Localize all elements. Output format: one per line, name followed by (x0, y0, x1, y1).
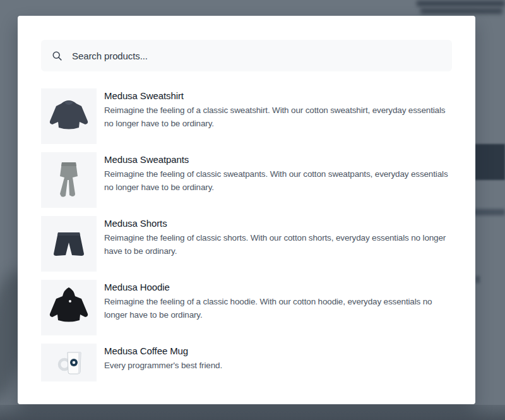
product-result-row[interactable]: Medusa Shorts Reimagine the feeling of c… (41, 216, 452, 272)
blurred-background-text (417, 1, 505, 6)
search-results-list: Medusa Sweatshirt Reimagine the feeling … (41, 88, 452, 381)
product-title: Medusa Shorts (104, 217, 452, 229)
sweatshirt-photo (41, 88, 97, 144)
search-icon (52, 51, 62, 61)
product-title: Medusa Sweatpants (104, 153, 452, 165)
product-title: Medusa Coffee Mug (104, 345, 452, 357)
product-description: Every programmer's best friend. (104, 359, 452, 372)
product-description: Reimagine the feeling of classic sweatpa… (104, 167, 452, 194)
shorts-photo (41, 216, 97, 272)
product-description: Reimagine the feeling of classic shorts.… (104, 231, 452, 258)
search-dialog: Medusa Sweatshirt Reimagine the feeling … (18, 16, 475, 404)
search-bar[interactable] (41, 40, 452, 71)
blurred-background-text (475, 276, 480, 283)
product-result-text: Medusa Sweatshirt Reimagine the feeling … (104, 88, 452, 144)
sweatpants-photo (41, 152, 97, 208)
product-description: Reimagine the feeling of a classic hoodi… (104, 295, 452, 321)
blurred-background-text (472, 209, 505, 215)
product-result-row[interactable]: Medusa Sweatpants Reimagine the feeling … (41, 152, 452, 208)
screen: Medusa Sweatshirt Reimagine the feeling … (0, 0, 505, 420)
blurred-background-image (475, 144, 505, 180)
product-result-text: Medusa Hoodie Reimagine the feeling of a… (104, 280, 452, 335)
search-input[interactable] (71, 50, 441, 62)
product-title: Medusa Sweatshirt (104, 90, 452, 102)
product-description: Reimagine the feeling of a classic sweat… (104, 104, 452, 130)
coffee-mug-photo (41, 344, 97, 381)
product-title: Medusa Hoodie (104, 281, 452, 293)
product-result-row[interactable]: Medusa Sweatshirt Reimagine the feeling … (41, 88, 452, 144)
product-result-row[interactable]: Medusa Hoodie Reimagine the feeling of a… (41, 280, 452, 335)
product-result-text: Medusa Sweatpants Reimagine the feeling … (104, 152, 452, 208)
blurred-background-text (420, 8, 502, 14)
product-result-text: Medusa Shorts Reimagine the feeling of c… (104, 216, 452, 272)
product-result-row[interactable]: Medusa Coffee Mug Every programmer's bes… (41, 344, 452, 381)
hoodie-photo (41, 280, 97, 335)
product-result-text: Medusa Coffee Mug Every programmer's bes… (104, 344, 452, 381)
blurred-background-footer (0, 405, 505, 420)
